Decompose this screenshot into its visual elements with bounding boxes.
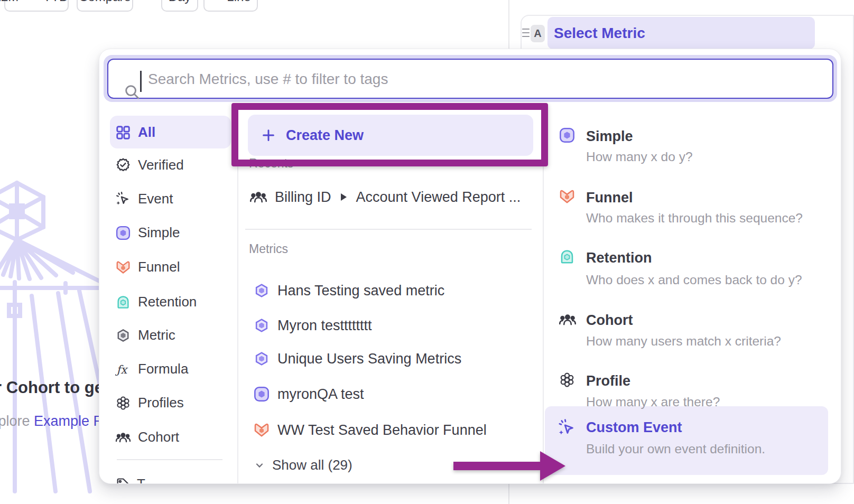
- types-divider: [543, 113, 544, 484]
- verified-badge-icon: [115, 157, 131, 173]
- event-click-icon: [115, 191, 131, 207]
- type-profile[interactable]: Profile: [586, 373, 630, 389]
- retention-icon: [115, 294, 131, 310]
- sidebar-item-label: Funnel: [138, 259, 180, 275]
- interval-day-button[interactable]: Day: [161, 0, 198, 12]
- sidebar-item-retention[interactable]: Retention: [115, 294, 197, 310]
- recent-cohort-name: Billing ID: [275, 189, 331, 206]
- funnel-icon: [559, 188, 575, 205]
- interval-label: Day: [169, 0, 191, 4]
- explore-text: xplore: [0, 413, 30, 429]
- custom-event-highlight: [545, 406, 828, 475]
- select-metric-slot[interactable]: Select Metric: [547, 17, 815, 49]
- metrics-heading: Metrics: [249, 242, 288, 256]
- sidebar-item-label: Profiles: [138, 395, 184, 411]
- metric-list-item[interactable]: myronQA test: [253, 386, 364, 403]
- metric-hexagon-icon: [253, 350, 270, 367]
- type-cohort[interactable]: Cohort: [586, 312, 633, 329]
- type-cohort-desc: How many users match x criteria?: [586, 334, 781, 349]
- sidebar-item-simple[interactable]: Simple: [115, 225, 180, 241]
- metric-hexagon-icon: [253, 317, 270, 334]
- sidebar-item-verified[interactable]: Verified: [115, 157, 184, 173]
- annotation-highlight-box: [231, 103, 548, 166]
- sidebar-item-label: All: [138, 124, 155, 141]
- custom-event-sparkle-icon: [558, 418, 577, 437]
- metric-hexagon-icon: [115, 328, 131, 343]
- sidebar-item-label: T: [137, 476, 145, 484]
- type-simple-desc: How many x do y?: [586, 150, 693, 164]
- show-all-toggle[interactable]: Show all (29): [253, 457, 352, 473]
- grid-icon: [115, 125, 131, 141]
- simple-metric-icon: [253, 386, 270, 403]
- sidebar-item-label: Formula: [138, 361, 188, 377]
- metric-hexagon-icon: [253, 282, 270, 299]
- sidebar-item-label: Verified: [138, 157, 184, 173]
- profiles-flower-icon: [115, 395, 131, 411]
- drag-handle-icon[interactable]: [522, 28, 530, 38]
- sidebar-item-cohort[interactable]: Cohort: [115, 429, 179, 445]
- sidebar-item-label: Event: [138, 191, 173, 207]
- metric-item-label: myronQA test: [277, 386, 364, 403]
- type-simple[interactable]: Simple: [586, 128, 633, 145]
- example-link[interactable]: Example R: [34, 413, 104, 429]
- type-funnel-desc: Who makes it through this sequence?: [586, 211, 803, 226]
- sidebar-item-formula[interactable]: ƒx Formula: [115, 361, 188, 377]
- range-12m-button[interactable]: 12M: [0, 0, 26, 11]
- metric-list-item[interactable]: WW Test Saved Behavior Funnel: [253, 422, 487, 438]
- sidebar-item-all[interactable]: All: [115, 124, 155, 141]
- series-a-letter: A: [534, 27, 541, 40]
- date-range-control[interactable]: 12M YTD: [4, 0, 69, 12]
- cohort-people-icon: [559, 311, 577, 329]
- recents-metrics-divider: [245, 229, 532, 230]
- chart-type-label: Line: [227, 0, 250, 4]
- chevron-down-icon: [253, 459, 266, 472]
- sidebar-item-label: Simple: [138, 225, 180, 241]
- simple-metric-icon: [559, 127, 575, 144]
- recent-event-name: Account Viewed Report ...: [356, 189, 521, 206]
- sidebar-item-event[interactable]: Event: [115, 191, 173, 207]
- type-funnel[interactable]: Funnel: [586, 190, 633, 206]
- recent-item-row[interactable]: Billing ID Account Viewed Report ...: [249, 188, 521, 206]
- metric-list-item[interactable]: Myron testttttttt: [253, 317, 372, 334]
- breadcrumb-arrow-icon: [341, 193, 347, 201]
- metric-item-label: Myron testttttttt: [277, 318, 372, 334]
- decorative-wireframe-art: [0, 174, 106, 504]
- cohort-people-icon: [249, 188, 267, 206]
- type-retention-desc: Who does x and comes back to do y?: [586, 273, 802, 287]
- chart-type-line-button[interactable]: Line: [203, 0, 258, 12]
- sidebar-item-label: Retention: [138, 294, 197, 310]
- retention-icon: [559, 248, 575, 265]
- line-chart-icon: [210, 0, 222, 3]
- type-profile-desc: How many x are there?: [586, 395, 720, 409]
- type-retention[interactable]: Retention: [586, 250, 652, 266]
- search-icon: [123, 83, 141, 101]
- text-cursor: [140, 71, 142, 92]
- type-custom-event[interactable]: Custom Event: [586, 419, 682, 436]
- compare-button[interactable]: Compare: [77, 0, 133, 12]
- search-input[interactable]: [147, 60, 815, 99]
- type-custom-event-desc: Build your own event definition.: [586, 442, 765, 456]
- canvas-explore-fragment: xplore Example R: [0, 413, 104, 430]
- select-metric-label: Select Metric: [554, 25, 645, 42]
- range-12m-label: 12M: [0, 0, 18, 4]
- range-ytd-label: YTD: [43, 0, 68, 4]
- metric-list-item[interactable]: Hans Testing saved metric: [253, 282, 444, 299]
- sidebar-item-profiles[interactable]: Profiles: [115, 395, 184, 411]
- metric-item-label: WW Test Saved Behavior Funnel: [277, 422, 487, 438]
- metric-list-item[interactable]: Unique Users Saving Metrics: [253, 350, 461, 367]
- app-screen: 12M YTD Compare Day Line A Select Metric…: [0, 0, 854, 504]
- compare-label: Compare: [79, 0, 131, 4]
- svg-text:ƒx: ƒx: [115, 362, 128, 376]
- series-a-badge: A: [531, 25, 545, 42]
- sidebar-item-funnel[interactable]: Funnel: [115, 259, 180, 275]
- sidebar-item-label: Cohort: [138, 429, 179, 445]
- sidebar-item-partial[interactable]: T: [115, 476, 145, 484]
- tag-icon: [115, 477, 130, 484]
- sidebar-item-metric[interactable]: Metric: [115, 327, 175, 343]
- cohort-people-icon: [115, 430, 131, 445]
- funnel-icon: [253, 422, 270, 438]
- formula-fx-icon: ƒx: [115, 361, 131, 377]
- funnel-icon: [115, 259, 131, 275]
- metric-item-label: Hans Testing saved metric: [277, 283, 444, 299]
- annotation-arrow-icon: [449, 447, 571, 487]
